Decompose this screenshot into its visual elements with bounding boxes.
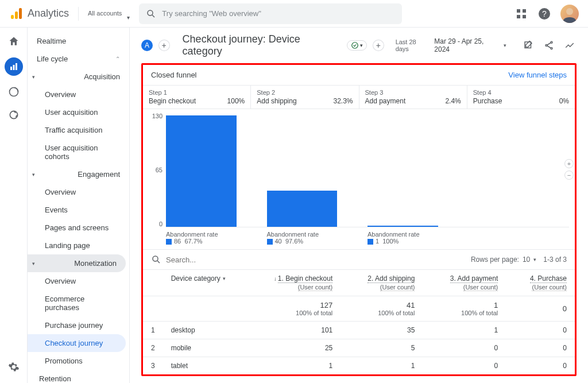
funnel-card: Closed funnel View funnel steps Step 1Be… [141,63,577,376]
svg-rect-1 [15,11,18,19]
sort-down-icon: ↓ [274,276,277,282]
table-toolbar: Rows per page:10 1-3 of 3 [143,249,575,269]
col-header[interactable]: 3. Add payment(User count) [423,270,506,296]
explore-icon[interactable] [7,85,21,99]
account-badge[interactable]: A [141,40,153,51]
table-row[interactable]: 2mobile25500 [143,339,575,357]
totals-row: 127100% of total 41100% of total 1100% o… [143,296,575,322]
data-table: Device category ↓1. Begin checkout(User … [143,269,575,374]
svg-text:?: ? [542,9,547,18]
status-chip[interactable]: ▾ [347,40,367,51]
search-icon [146,9,156,19]
top-header: Analytics All accounts Try searching "We… [0,0,588,28]
sidebar-monetization[interactable]: Monetization [28,254,126,272]
insights-icon[interactable] [563,38,577,52]
svg-point-17 [352,42,358,49]
help-icon[interactable]: ? [537,7,551,21]
sidebar-eng-overview[interactable]: Overview [28,183,129,201]
zoom-in-icon[interactable]: + [564,159,574,168]
svg-point-3 [148,10,153,16]
sidebar-mon-overview[interactable]: Overview [28,272,129,290]
table-row[interactable]: 3tablet1100 [143,357,575,375]
svg-line-25 [157,261,160,263]
sidebar-user-acq-cohorts[interactable]: User acquisition cohorts [28,139,129,165]
funnel-step: Step 2Add shipping32.3% [251,86,359,109]
svg-point-24 [153,256,158,261]
search-bar: Try searching "Web overview" [139,3,402,24]
sidebar-engagement[interactable]: Engagement [28,165,129,183]
chevron-up-icon: ⌃ [115,56,120,62]
col-header[interactable]: ↓1. Begin checkout(User count) [243,270,341,296]
svg-rect-8 [523,15,526,18]
sidebar-acquisition[interactable]: Acquisition [28,68,129,86]
account-picker[interactable]: All accounts [88,10,130,17]
funnel-step: Step 4Purchase0% [467,86,575,109]
funnel-title: Closed funnel [151,71,197,79]
settings-icon[interactable] [7,360,21,374]
sidebar-acq-overview[interactable]: Overview [28,86,129,103]
account-label: All accounts [88,10,122,17]
avatar[interactable] [560,5,579,23]
main: A + Checkout journey: Device category ▾ … [130,28,588,383]
sidebar-promotions[interactable]: Promotions [28,352,129,370]
share-icon[interactable] [542,38,556,52]
svg-rect-6 [523,9,526,13]
rows-per-page-picker[interactable]: Rows per page:10 [471,256,536,264]
divider [78,7,79,21]
abandonment-row: Abandonment rate86 67.7% Abandonment rat… [143,230,575,249]
apps-icon[interactable] [514,7,528,21]
y-axis: 130 65 0 [149,113,166,227]
sidebar-checkout-journey[interactable]: Checkout journey [28,334,126,352]
page-header: A + Checkout journey: Device category ▾ … [130,28,588,63]
sidebar-ecommerce-purchases[interactable]: Ecommerce purchases [28,290,129,316]
table-row[interactable]: 1desktop1013510 [143,322,575,339]
funnel-step: Step 3Add payment2.4% [359,86,467,109]
zoom-out-icon[interactable]: − [564,171,574,180]
customize-button[interactable]: + [373,40,384,51]
chevron-down-icon: ▾ [360,42,363,48]
chart-bar [368,113,469,227]
header-right: ? [514,5,579,23]
col-header[interactable]: 2. Add shipping(User count) [341,270,423,296]
sidebar-landing-page[interactable]: Landing page [28,237,129,254]
funnel-step: Step 1Begin checkout100% [143,86,251,109]
svg-line-23 [547,46,551,48]
check-icon [351,41,359,49]
search-icon [151,254,161,265]
col-header[interactable]: 4. Purchase(User count) [506,270,575,296]
sidebar-traffic-acquisition[interactable]: Traffic acquisition [28,121,129,139]
search-placeholder: Try searching "Web overview" [162,9,261,18]
sidebar-pages-screens[interactable]: Pages and screens [28,219,129,237]
chart-bar [267,113,368,227]
pagination-range: 1-3 of 3 [543,256,567,264]
chart-bar [469,113,570,227]
sidebar-purchase-journey[interactable]: Purchase journey [28,316,129,334]
reports-icon[interactable] [5,57,23,76]
sidebar-lifecycle[interactable]: Life cycle⌃ [28,50,129,68]
svg-rect-5 [517,9,520,13]
add-comparison-button[interactable]: + [158,40,170,51]
svg-rect-7 [517,15,520,18]
svg-rect-0 [11,15,14,19]
svg-line-22 [547,43,551,45]
sidebar-realtime[interactable]: Realtime [28,32,129,50]
svg-rect-14 [16,63,17,70]
page-title: Checkout journey: Device category [183,33,341,57]
svg-point-16 [10,111,17,118]
home-icon[interactable] [7,34,21,48]
logo[interactable]: Analytics [9,7,69,21]
sidebar-events[interactable]: Events [28,201,129,219]
advertising-icon[interactable] [7,108,21,122]
view-funnel-steps-link[interactable]: View funnel steps [508,71,567,79]
dimension-header[interactable]: Device category [171,274,235,283]
chart-bar [166,113,267,227]
sidebar-user-acquisition[interactable]: User acquisition [28,103,129,121]
sidebar: Realtime Life cycle⌃ Acquisition Overvie… [28,28,130,383]
date-range-picker[interactable]: Last 28 daysMar 29 - Apr 25, 2024 [396,37,506,53]
edit-icon[interactable] [521,38,535,52]
table-search-input[interactable] [166,256,466,264]
svg-rect-12 [10,67,12,70]
analytics-logo-icon [9,7,23,21]
search-input[interactable]: Try searching "Web overview" [139,3,402,24]
sidebar-retention[interactable]: Retention [28,370,129,383]
